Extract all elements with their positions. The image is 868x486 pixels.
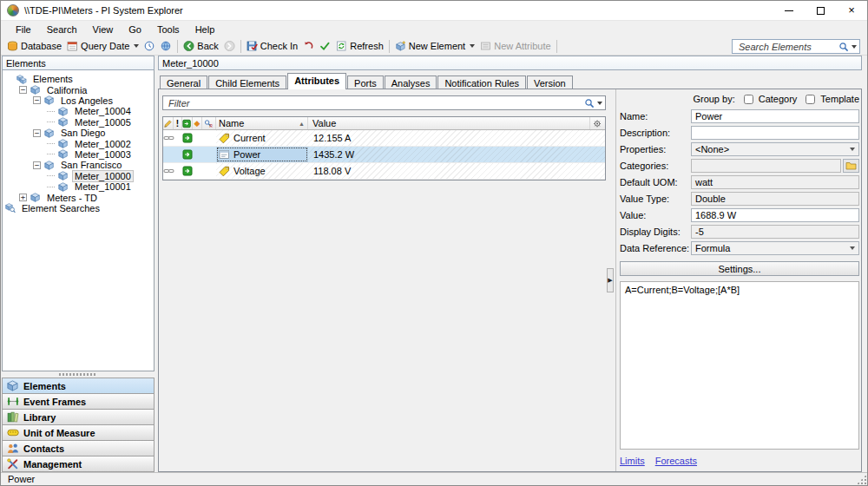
undo-checkout-button[interactable] [300,40,317,52]
tab-analyses[interactable]: Analyses [385,76,437,89]
column-options-button[interactable] [589,117,605,129]
time-button[interactable] [141,40,158,52]
query-date-button[interactable]: Query Date [64,40,141,52]
menu-help[interactable]: Help [187,23,223,36]
menu-view[interactable]: View [85,23,122,36]
nav-contacts-button[interactable]: Contacts [3,441,154,456]
maximize-button[interactable] [805,1,836,20]
tree-item-element-searches[interactable]: Element Searches [3,203,154,213]
minimize-button[interactable] [773,1,805,20]
forecasts-link[interactable]: Forecasts [655,456,697,466]
attribute-value-cell[interactable]: 12.155 A [308,130,605,146]
chevron-down-icon [850,148,855,151]
resize-grip[interactable] [857,475,866,484]
panel-splitter-grip[interactable] [2,371,155,378]
search-r-column-header[interactable]: R [202,117,216,129]
menu-file[interactable]: File [8,23,39,36]
field-data-reference-select[interactable]: Formula [691,241,859,255]
filter-input[interactable] [167,97,584,109]
exclamation-column-header[interactable]: ! [174,117,182,129]
tab-child-elements[interactable]: Child Elements [208,76,286,89]
new-element-button[interactable]: New Element [392,40,477,52]
tree-item-meter-10000[interactable]: Meter_10000 [3,171,154,181]
tree-item-san-diego[interactable]: −San Diego [3,128,154,138]
attribute-name-cell[interactable]: Current [216,130,308,146]
tree-item-meter-10003[interactable]: Meter_10003 [3,149,154,160]
search-elements-box[interactable] [732,39,860,54]
value-column-header[interactable]: Value [308,117,589,129]
nav-library-button[interactable]: Library [3,410,154,425]
settings-button[interactable]: Settings... [620,261,859,276]
groupby-template-checkbox[interactable] [806,95,815,104]
search-icon [838,42,850,52]
tab-version[interactable]: Version [527,76,573,89]
collapse-expander-icon[interactable]: − [33,96,41,104]
tree-item-meter-10005[interactable]: Meter_10005 [3,117,154,128]
close-button[interactable]: × [836,1,867,20]
attribute-row-voltage[interactable]: Voltage118.08 V [163,163,605,180]
field-properties-select[interactable]: <None> [691,142,859,156]
new-element-dropdown-arrow[interactable] [470,44,475,48]
tree-item-meter-10002[interactable]: Meter_10002 [3,138,154,148]
toolbar-separator [240,40,241,53]
tree-item-meters-td[interactable]: +Meters - TD [3,192,154,202]
tab-attributes[interactable]: Attributes [287,73,346,89]
tab-general[interactable]: General [160,76,207,89]
tree-item-meter-10001[interactable]: Meter_10001 [3,181,154,192]
tree-connector [47,143,55,144]
tree-item-los-angeles[interactable]: −Los Angeles [3,95,154,106]
collapse-expander-icon[interactable]: − [19,86,27,94]
back-button[interactable]: Back [181,40,220,52]
attribute-value-cell[interactable]: 118.08 V [308,163,605,179]
toolbar: DatabaseQuery DateBackCheck InRefreshNew… [1,37,867,56]
database-button[interactable]: Database [4,40,64,52]
nav-management-button[interactable]: Management [3,456,154,472]
diamond-column-header[interactable]: ◆ [193,117,202,129]
tree-item-california[interactable]: −California [3,84,154,95]
limits-link[interactable]: Limits [620,456,645,466]
name-column-header[interactable]: Name▲ [216,117,308,129]
attribute-name-cell[interactable]: Voltage [216,163,308,179]
field-name-input[interactable]: Power [691,109,859,123]
pi-point-tag-icon [219,133,230,143]
nav-unit-of-measure-button[interactable]: Unit of Measure [3,425,154,441]
attribute-name-cell[interactable]: Power [216,147,308,162]
library-icon [7,411,19,423]
field-categories-input[interactable] [691,159,841,173]
tab-notification-rules[interactable]: Notification Rules [437,76,526,89]
field-value-input[interactable]: 1688.9 W [691,208,859,222]
field-row-categories: Categories: [620,158,859,174]
tab-ports[interactable]: Ports [347,76,384,89]
collapse-arrow-icon[interactable]: ▶ [607,268,614,292]
attribute-value-cell[interactable]: 1435.2 W [308,147,605,162]
apply-button[interactable] [317,40,333,52]
tree-item-elements[interactable]: Elements [3,74,154,84]
search-elements-input[interactable] [737,41,838,53]
refresh-button[interactable]: Refresh [333,40,386,52]
expand-expander-icon[interactable]: + [19,194,27,201]
menu-search[interactable]: Search [39,23,85,36]
menu-tools[interactable]: Tools [149,23,187,36]
filter-dropdown-arrow[interactable] [597,102,602,105]
field-description-input[interactable] [691,126,859,140]
tree-item-san-francisco[interactable]: −San Francisco [3,160,154,170]
formula-box[interactable]: A=Current;B=Voltage;[A*B] [620,281,859,450]
attribute-row-power[interactable]: Power1435.2 W [163,147,605,163]
attribute-row-current[interactable]: Current12.155 A [163,130,605,147]
toolbar-separator [177,40,178,53]
menu-go[interactable]: Go [121,23,149,36]
nav-elements-button[interactable]: Elements [3,378,154,394]
filter-box[interactable] [162,95,606,110]
categories-browse-button[interactable] [843,159,859,173]
collapse-expander-icon[interactable]: − [33,129,41,137]
collapse-expander-icon[interactable]: − [33,161,41,169]
check-in-button[interactable]: Check In [244,40,300,52]
timezone-button[interactable] [158,40,174,52]
tree-item-meter-10004[interactable]: Meter_10004 [3,106,154,116]
pane-splitter[interactable]: ▶ [606,89,615,471]
groupby-category-checkbox[interactable] [744,95,753,104]
query-date-dropdown-arrow[interactable] [134,44,139,48]
status-box-column-header[interactable] [182,117,193,129]
search-dropdown-arrow[interactable] [852,45,857,49]
nav-event-frames-button[interactable]: Event Frames [3,394,154,410]
